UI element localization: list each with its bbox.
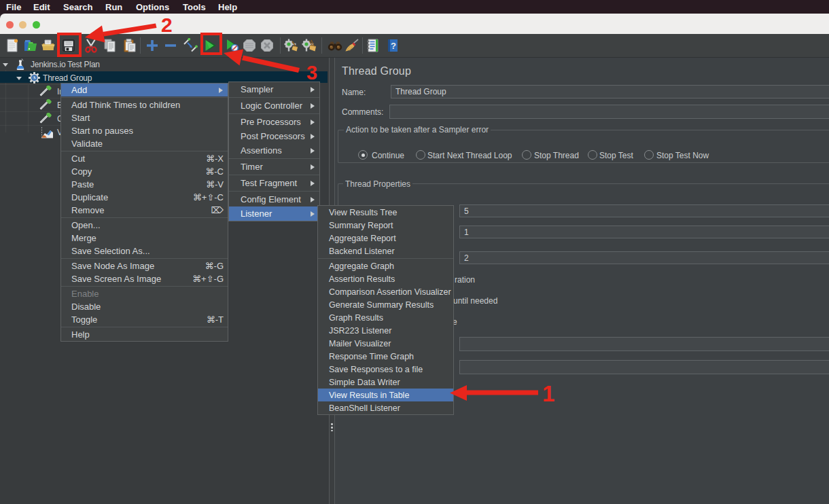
svg-text:?: ? xyxy=(391,41,396,51)
